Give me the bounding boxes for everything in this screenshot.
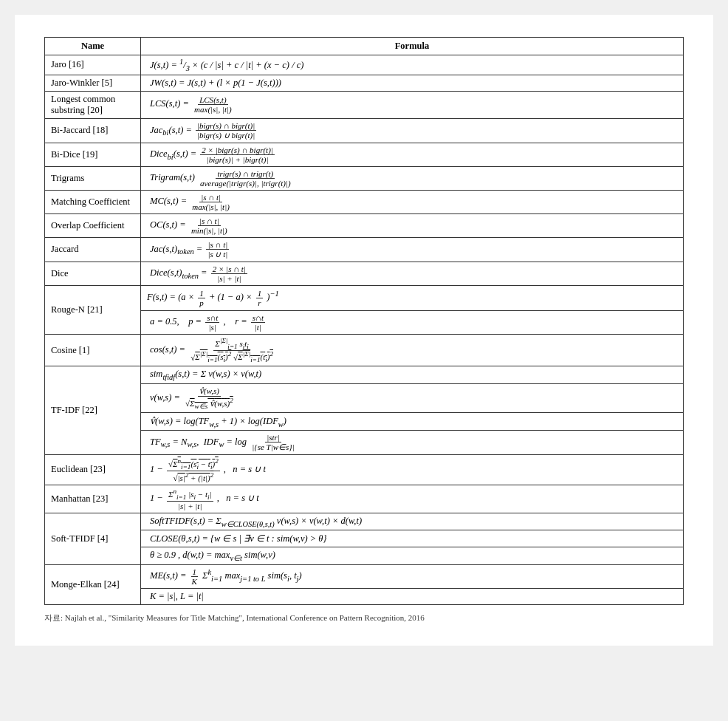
row-formula: F(s,t) = (a × 1 p + (1 − a) × 1 r )−1 [141,285,684,310]
table-row: Overlap Coefficient OC(s,t) = |s ∩ t| mi… [45,213,684,237]
row-name: Jaro-Winkler [5] [45,75,141,91]
row-formula: Jacbi(s,t) = |bigr(s) ∩ bigr(t)| |bigr(s… [141,118,684,143]
row-formula: J(s,t) = 1/3 × (c / |s| + c / |t| + (x −… [141,55,684,75]
table-row: a = 0.5, p = s∩t |s| , r = s∩t |t| [45,310,684,334]
row-formula: simtfidf(s,t) = Σ v(w,s) × v(w,t) [141,366,684,384]
row-name: Manhattan [23] [45,485,141,513]
row-name: Dice [45,262,141,285]
table-row: Rouge-N [21] F(s,t) = (a × 1 p + (1 − a)… [45,285,684,310]
row-formula: v̂(w,s) = log(TFw,s + 1) × log(IDFw) [141,412,684,431]
table-row: v(w,s) = v̂(w,s) √Σw∈s v̂(w,s)2 [45,383,684,412]
row-formula: 1 − Σni=1 |si − ti| |s| + |t| , n = s ∪ … [141,485,684,513]
row-formula: TFw,s = Nw,s, IDFw = log |str| |{se T|w∈… [141,431,684,455]
table-row: Euclidean [23] 1 − √Σni=1(si − ti)2 √|s|… [45,455,684,485]
row-formula: OC(s,t) = |s ∩ t| min(|s|, |t|) [141,213,684,237]
table-row: Cosine [1] cos(s,t) = Σ|Σ|i=1 siti √Σ|Σ|… [45,334,684,366]
table-row: Longest common substring [20] LCS(s,t) =… [45,91,684,118]
row-name: Cosine [1] [45,334,141,366]
row-name: Longest common substring [20] [45,91,141,118]
row-name-matching-coefficient: Matching Coefficient [45,190,141,213]
row-name: Jaccard [45,237,141,262]
row-name: Bi-Dice [19] [45,143,141,166]
row-formula: Dicebi(s,t) = 2 × |bigr(s) ∩ bigr(t)| |b… [141,143,684,166]
table-row: Manhattan [23] 1 − Σni=1 |si − ti| |s| +… [45,485,684,513]
row-formula: θ ≥ 0.9 , d(w,t) = maxv∈t sim(w,v) [141,547,684,565]
row-formula: Jac(s,t)token = |s ∩ t| |s ∪ t| [141,237,684,262]
table-row: v̂(w,s) = log(TFw,s + 1) × log(IDFw) [45,412,684,431]
row-formula: v(w,s) = v̂(w,s) √Σw∈s v̂(w,s)2 [141,383,684,412]
row-name: Jaro [16] [45,55,141,75]
table-row: θ ≥ 0.9 , d(w,t) = maxv∈t sim(w,v) [45,547,684,565]
row-formula: LCS(s,t) = LCS(s,t) max(|s|, |t|) [141,91,684,118]
row-name: Bi-Jaccard [18] [45,118,141,143]
col-header-formula: Formula [141,38,684,55]
table-row: CLOSE(θ,s,t) = {w ∈ s | ∃v ∈ t : sim(w,v… [45,530,684,547]
page-container: Name Formula Jaro [16] J(s,t) = 1/3 × (c… [15,15,713,646]
table-row: Jaro-Winkler [5] JW(s,t) = J(s,t) + (l ×… [45,75,684,91]
table-row: Bi-Dice [19] Dicebi(s,t) = 2 × |bigr(s) … [45,143,684,166]
table-row: K = |s|, L = |t| [45,588,684,604]
col-header-name: Name [45,38,141,55]
table-row: Jaro [16] J(s,t) = 1/3 × (c / |s| + c / … [45,55,684,75]
row-name: Monge-Elkan [24] [45,564,141,604]
row-formula: Trigram(s,t) trigr(s) ∩ trigr(t) average… [141,166,684,190]
row-formula: 1 − √Σni=1(si − ti)2 √|s|2 + (|t|)2 , n … [141,455,684,485]
table-row: Dice Dice(s,t)token = 2 × |s ∩ t| |s| + … [45,262,684,285]
row-name: TF-IDF [22] [45,366,141,455]
row-formula: JW(s,t) = J(s,t) + (l × p(1 − J(s,t))) [141,75,684,91]
row-formula: MC(s,t) = |s ∩ t| max(|s|, |t|) [141,190,684,213]
table-row: Monge-Elkan [24] ME(s,t) = 1 K Σki=1 max… [45,564,684,588]
row-formula: Dice(s,t)token = 2 × |s ∩ t| |s| + |t| [141,262,684,285]
table-wrapper: Name Formula Jaro [16] J(s,t) = 1/3 × (c… [44,37,684,605]
table-row: Bi-Jaccard [18] Jacbi(s,t) = |bigr(s) ∩ … [45,118,684,143]
row-name: Rouge-N [21] [45,285,141,334]
row-formula: K = |s|, L = |t| [141,588,684,604]
table-row: Soft-TFIDF [4] SoftTFIDF(s,t) = Σw∈CLOSE… [45,513,684,530]
table-row: TFw,s = Nw,s, IDFw = log |str| |{se T|w∈… [45,431,684,455]
table-row: TF-IDF [22] simtfidf(s,t) = Σ v(w,s) × v… [45,366,684,384]
table-row: Jaccard Jac(s,t)token = |s ∩ t| |s ∪ t| [45,237,684,262]
row-name: Overlap Coefficient [45,213,141,237]
row-formula: ME(s,t) = 1 K Σki=1 maxj=1 to L sim(si, … [141,564,684,588]
row-formula: a = 0.5, p = s∩t |s| , r = s∩t |t| [141,310,684,334]
table-row: Trigrams Trigram(s,t) trigr(s) ∩ trigr(t… [45,166,684,190]
row-name: Euclidean [23] [45,455,141,485]
row-formula: CLOSE(θ,s,t) = {w ∈ s | ∃v ∈ t : sim(w,v… [141,530,684,547]
row-name: Trigrams [45,166,141,190]
similarity-measures-table: Name Formula Jaro [16] J(s,t) = 1/3 × (c… [44,37,684,605]
row-formula: SoftTFIDF(s,t) = Σw∈CLOSE(θ,s,t) v(w,s) … [141,513,684,530]
row-name: Soft-TFIDF [4] [45,513,141,564]
table-row: Matching Coefficient MC(s,t) = |s ∩ t| m… [45,190,684,213]
row-formula: cos(s,t) = Σ|Σ|i=1 siti √Σ|Σ|i=1(si)2 √Σ… [141,334,684,366]
citation: 자료: Najlah et al., "Similarity Measures … [44,612,684,623]
